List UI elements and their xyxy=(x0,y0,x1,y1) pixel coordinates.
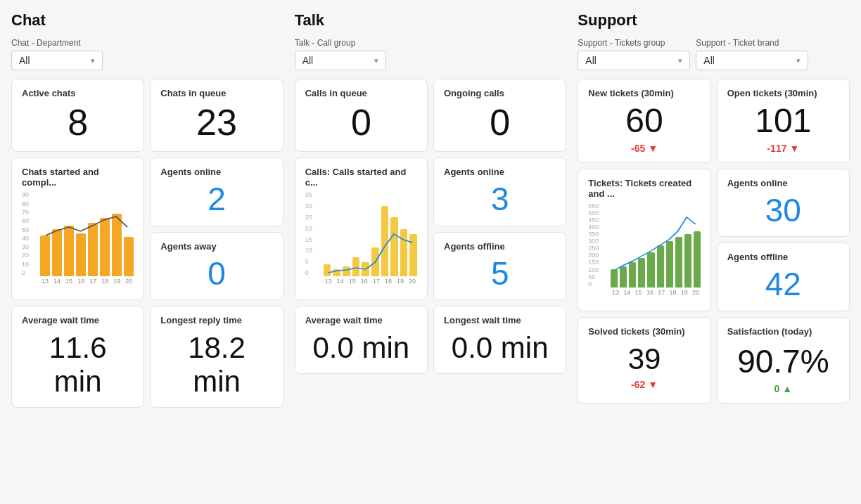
bar-wrap xyxy=(343,266,350,276)
x-label: 14 xyxy=(52,278,62,285)
calls-queue-label: Calls in queue xyxy=(305,88,417,98)
talk-agents-offline-card: Agents offline 5 xyxy=(433,232,566,301)
y-label: 50 xyxy=(588,274,608,280)
y-label: 350 xyxy=(588,231,608,238)
chat-filters: Chat - Department All ▾ xyxy=(11,38,283,70)
bar xyxy=(400,229,408,276)
chat-department-select[interactable]: All ▾ xyxy=(11,51,103,70)
bar xyxy=(694,231,701,287)
talk-callgroup-group: Talk - Call group All ▾ xyxy=(295,38,386,70)
support-tickets-select[interactable]: All ▾ xyxy=(578,51,690,70)
bar xyxy=(647,252,654,287)
y-label: 5 xyxy=(305,259,321,265)
bar xyxy=(657,245,664,287)
bar xyxy=(52,229,62,276)
support-chart-right: 13 14 15 16 17 18 19 20 xyxy=(611,203,700,296)
support-agents-offline-label: Agents offline xyxy=(727,252,839,262)
support-tickets-group: Support - Tickets group All ▾ xyxy=(578,38,690,70)
support-agents-offline-card: Agents offline 42 xyxy=(717,243,850,311)
talk-avg-wait-label: Average wait time xyxy=(305,315,417,325)
y-label: 500 xyxy=(588,210,608,217)
x-label: 15 xyxy=(347,278,357,285)
support-agents-online-card: Agents online 30 xyxy=(717,169,850,238)
chat-chart-right: 13 14 15 16 17 18 19 20 xyxy=(40,192,134,285)
bar xyxy=(381,206,389,276)
talk-chart-right: 13 14 15 16 17 18 19 20 xyxy=(324,192,417,285)
chat-agents-away-label: Agents away xyxy=(160,241,272,252)
x-label: 19 xyxy=(395,278,405,285)
bar-wrap xyxy=(694,231,701,287)
x-label: 19 xyxy=(112,278,122,285)
x-label: 18 xyxy=(100,278,110,285)
y-label: 10 xyxy=(22,261,37,268)
y-label: 150 xyxy=(588,259,608,266)
support-chart: 550 500 450 400 350 300 250 200 150 100 … xyxy=(588,203,700,296)
bar-wrap xyxy=(638,258,645,287)
chat-department-label: Chat - Department xyxy=(11,38,103,48)
talk-longest-wait-card: Longest wait time 0.0 min xyxy=(433,306,566,374)
support-agents-offline-value: 42 xyxy=(727,266,839,302)
talk-callgroup-select[interactable]: All ▾ xyxy=(295,51,386,70)
support-tickets-value: All xyxy=(585,55,597,66)
bar xyxy=(76,233,86,276)
chat-bottom-metrics: Average wait time 11.6 min Longest reply… xyxy=(11,306,283,408)
bar xyxy=(611,269,618,287)
bar xyxy=(638,258,645,287)
talk-x-labels: 13 14 15 16 17 18 19 20 xyxy=(324,278,417,285)
open-tickets-card: Open tickets (30min) 101 -117 ▼ xyxy=(717,79,850,163)
down-arrow-icon: ▼ xyxy=(789,143,799,154)
talk-agents-online-card: Agents online 3 xyxy=(433,157,566,226)
active-chats-label: Active chats xyxy=(22,88,134,98)
satisfaction-delta-value: 0 xyxy=(774,383,780,394)
chat-agents-away-card: Agents away 0 xyxy=(150,232,283,301)
chats-queue-value: 23 xyxy=(160,103,272,143)
chat-bars-container xyxy=(40,192,134,276)
bar xyxy=(100,218,110,276)
chat-avg-wait-card: Average wait time 11.6 min xyxy=(11,306,144,408)
bar-wrap xyxy=(40,235,50,276)
x-label: 13 xyxy=(40,278,50,285)
support-agents-online-value: 30 xyxy=(727,193,839,228)
x-label: 19 xyxy=(680,289,689,296)
bar-wrap xyxy=(88,223,98,276)
chat-agents-away-value: 0 xyxy=(160,256,272,292)
bar-wrap xyxy=(112,214,122,276)
x-label: 20 xyxy=(691,289,700,296)
x-label: 20 xyxy=(407,278,417,285)
x-label: 17 xyxy=(371,278,381,285)
talk-longest-wait-label: Longest wait time xyxy=(444,315,556,325)
y-label: 35 xyxy=(305,192,321,198)
chat-bars xyxy=(40,192,134,276)
support-brand-group: Support - Ticket brand All ▾ xyxy=(696,38,808,70)
bar xyxy=(333,269,340,276)
chat-chart: 90 80 70 60 50 40 30 20 10 0 xyxy=(22,192,134,285)
bar-wrap xyxy=(629,262,636,287)
chat-x-labels: 13 14 15 16 17 18 19 20 xyxy=(40,278,134,285)
bar-wrap xyxy=(371,247,379,276)
down-arrow-icon: ▼ xyxy=(648,143,658,154)
support-brand-select[interactable]: All ▾ xyxy=(696,51,808,70)
new-tickets-value: 60 xyxy=(588,103,700,140)
bar xyxy=(343,266,350,276)
bar xyxy=(371,247,379,276)
x-label: 20 xyxy=(124,278,134,285)
active-chats-card: Active chats 8 xyxy=(11,79,144,152)
chat-avg-wait-value: 11.6 min xyxy=(22,331,134,399)
bar-wrap xyxy=(409,234,417,276)
solved-tickets-value: 39 xyxy=(588,342,700,376)
open-tickets-delta: -117 ▼ xyxy=(727,143,839,154)
y-label: 250 xyxy=(588,245,608,252)
bar-wrap xyxy=(666,241,673,287)
new-tickets-delta-value: -65 xyxy=(631,143,645,154)
bar-wrap xyxy=(52,229,62,276)
bar xyxy=(64,226,74,276)
y-label: 0 xyxy=(588,281,608,287)
x-label: 18 xyxy=(668,289,677,296)
talk-longest-wait-value: 0.0 min xyxy=(444,331,556,365)
bar xyxy=(352,257,360,276)
x-label: 17 xyxy=(657,289,666,296)
chat-agents-online-value: 2 xyxy=(160,181,272,217)
bar-wrap xyxy=(324,264,331,276)
calls-queue-value: 0 xyxy=(305,103,417,143)
up-arrow-icon: ▲ xyxy=(782,383,792,394)
